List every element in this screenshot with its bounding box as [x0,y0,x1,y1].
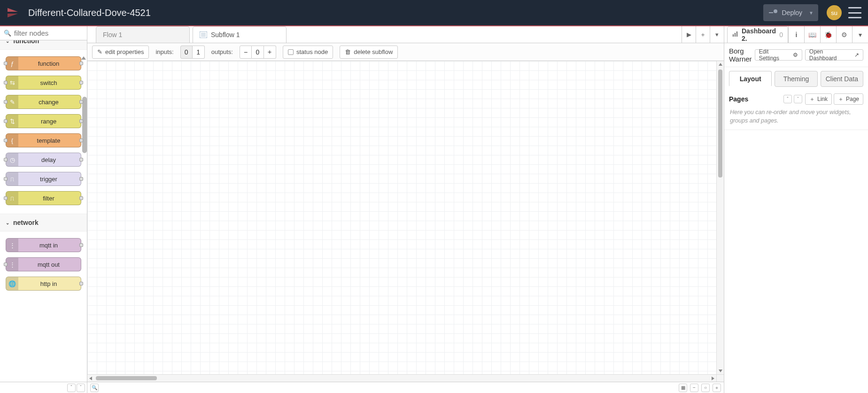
edit-settings-button[interactable]: Edit Settings ⚙ [755,49,802,61]
node-label: delay [18,156,81,163]
add-link-button[interactable]: ＋Link [805,93,832,105]
plus-icon: ＋ [838,95,844,103]
flow-canvas[interactable] [87,61,716,374]
output-port [79,100,83,104]
category-function[interactable]: ⌄function [0,40,87,50]
flow-menu-button[interactable]: ▾ [710,26,724,43]
sidebar-config-button[interactable]: ⚙ [836,26,852,43]
node-label: http in [18,280,81,287]
deploy-label: Deploy [782,9,803,16]
footer-search-button[interactable]: 🔍 [90,384,99,392]
inputs-0[interactable]: 0 [180,46,193,59]
search-icon: 🔍 [4,30,11,37]
chevron-down-icon: ⌄ [6,40,9,44]
input-port [4,262,8,266]
palette-node-change[interactable]: ✎change [6,95,81,109]
checkbox-icon [288,49,294,55]
run-flow-button[interactable]: ▶ [682,26,696,43]
palette-node-switch[interactable]: ⇆switch [6,76,81,90]
segment-client-data[interactable]: Client Data [821,71,863,87]
horizontal-scrollbar[interactable] [87,374,716,382]
caret-down-icon: ▼ [809,10,814,15]
sidebar-tabs: Dashboard 2.0 i 📖 🐞 ⚙ ▾ [724,26,868,43]
palette-node-mqtt-in[interactable]: ⋮mqtt in [6,238,81,252]
output-port [79,177,83,181]
output-port [79,62,83,65]
palette-node-delay[interactable]: ◷delay [6,153,81,167]
zoom-reset-button[interactable]: ○ [701,384,710,392]
node-icon: 🌐 [6,277,18,290]
gear-icon: ⚙ [793,52,798,58]
expand-pages-button[interactable]: ˇ [794,95,802,103]
output-port [79,81,83,85]
navigator-button[interactable]: ▦ [679,384,687,392]
sidebar-more-button[interactable]: ▾ [852,26,868,43]
dashboard-header: Borg Warner Edit Settings ⚙ Open Dashboa… [724,43,868,67]
deploy-button[interactable]: Deploy ▼ [763,4,819,21]
add-page-button[interactable]: ＋Page [834,93,863,105]
segment-layout[interactable]: Layout [729,71,772,87]
node-icon: ⎍ [6,172,18,185]
node-label: change [18,99,81,106]
category-network[interactable]: ⌄network [0,214,87,231]
scrollbar-thumb[interactable] [718,69,722,177]
output-port [79,119,83,123]
outputs-value: 0 [252,46,264,59]
input-port [4,196,8,200]
node-label: filter [18,195,81,202]
delete-subflow-button[interactable]: 🗑 delete subflow [340,46,398,59]
dashboard-segments: Layout Theming Client Data [724,67,868,87]
zoom-in-button[interactable]: ＋ [713,384,721,392]
collapse-all-button[interactable]: ˆ [67,384,76,392]
user-avatar[interactable]: su [827,5,842,20]
node-icon: ⇅ [6,115,18,128]
scroll-left-icon [89,377,92,380]
sidebar: Dashboard 2.0 i 📖 🐞 ⚙ ▾ Borg Warner Edit… [724,26,868,393]
add-flow-button[interactable]: ＋ [696,26,710,43]
inputs-1[interactable]: 1 [193,46,205,59]
palette-node-http-in[interactable]: 🌐http in [6,277,81,291]
pages-help-text: Here you can re-order and move your widg… [724,108,868,130]
flow-tabs: Flow 1 Subflow 1 ▶ ＋ ▾ [87,26,724,43]
trash-icon: 🗑 [345,48,351,55]
zoom-out-button[interactable]: − [690,384,698,392]
outputs-increment[interactable]: ＋ [264,46,276,59]
sidebar-debug-button[interactable]: 🐞 [820,26,836,43]
status-node-button[interactable]: status node [283,46,333,59]
palette-node-range[interactable]: ⇅range [6,114,81,128]
palette-node-filter[interactable]: ⎍filter [6,191,81,205]
svg-rect-5 [735,33,736,37]
expand-all-button[interactable]: ˇ [77,384,85,392]
inputs-label: inputs: [155,48,173,55]
tab-subflow-1[interactable]: Subflow 1 [193,26,287,43]
sidebar-tab-dashboard[interactable]: Dashboard 2.0 [727,26,788,43]
edit-properties-button[interactable]: ✎ edit properties [92,46,149,59]
node-label: switch [18,79,81,86]
node-icon: { [6,134,18,147]
dashboard-project-name: Borg Warner [729,47,752,63]
outputs-decrement[interactable]: − [240,46,252,59]
node-icon: ⋮ [6,239,18,252]
palette-node-function[interactable]: ƒfunction [6,56,81,70]
main-menu-button[interactable] [848,7,861,18]
sidebar-info-button[interactable]: i [788,26,804,43]
scrollbar-thumb[interactable] [96,376,157,380]
resize-corner[interactable] [716,374,724,382]
palette-filter-input[interactable] [14,29,83,37]
collapse-pages-button[interactable]: ˆ [783,95,792,103]
palette-node-template[interactable]: {template [6,133,81,147]
chevron-down-icon: ⌄ [6,220,9,225]
app-header: Different-Collared-Dove-4521 Deploy ▼ su [0,0,868,26]
segment-theming[interactable]: Theming [775,71,817,87]
node-icon: ◷ [6,153,18,166]
node-label: function [18,60,81,67]
node-label: template [18,137,81,144]
workspace-footer: 🔍 ▦ − ○ ＋ [87,382,724,393]
tab-flow-1[interactable]: Flow 1 [96,26,190,43]
vertical-scrollbar[interactable] [716,61,724,374]
palette-node-mqtt-out[interactable]: ⋮mqtt out [6,257,81,271]
sidebar-help-button[interactable]: 📖 [804,26,820,43]
palette-node-trigger[interactable]: ⎍trigger [6,172,81,186]
open-dashboard-button[interactable]: Open Dashboard ↗ [805,49,863,61]
node-label: range [18,118,81,125]
